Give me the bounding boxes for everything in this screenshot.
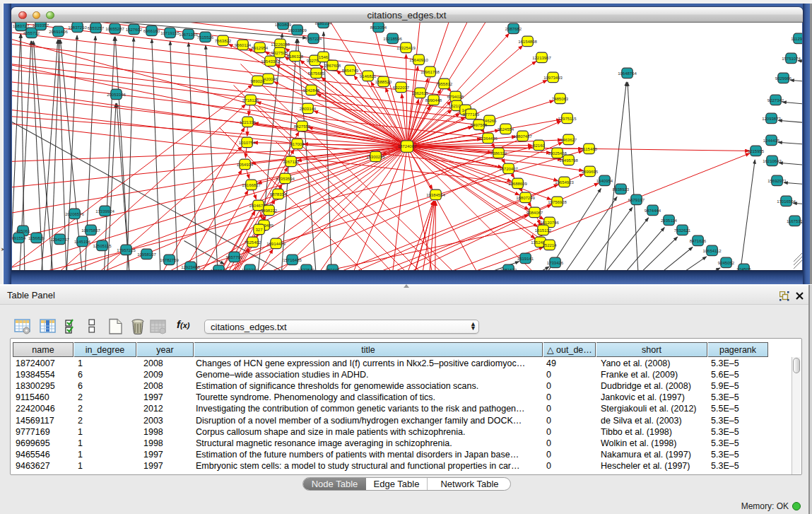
svg-text:9084067: 9084067 (526, 210, 543, 214)
svg-text:10655287: 10655287 (105, 26, 124, 30)
svg-text:9777169: 9777169 (462, 112, 479, 116)
svg-text:10654112: 10654112 (702, 248, 722, 252)
svg-text:1221336: 1221336 (239, 119, 256, 124)
svg-text:8471626: 8471626 (689, 238, 706, 243)
svg-text:7386322: 7386322 (490, 151, 507, 155)
svg-text:1083727: 1083727 (12, 23, 29, 28)
svg-text:19218596: 19218596 (383, 36, 402, 40)
svg-text:1193214: 1193214 (242, 267, 259, 269)
svg-text:9329966: 9329966 (775, 76, 792, 80)
svg-text:8813054: 8813054 (370, 25, 387, 29)
svg-text:7515526: 7515526 (196, 35, 213, 39)
svg-text:9227342: 9227342 (767, 98, 784, 102)
svg-text:15720407: 15720407 (499, 166, 518, 170)
svg-text:1112986: 1112986 (791, 36, 802, 40)
svg-text:7357224: 7357224 (305, 36, 322, 40)
svg-text:417004: 417004 (290, 141, 305, 146)
svg-text:17957225: 17957225 (117, 247, 136, 252)
svg-text:9474444: 9474444 (644, 208, 661, 212)
svg-text:1054934: 1054934 (236, 162, 253, 166)
svg-text:4055712: 4055712 (23, 30, 40, 35)
svg-text:8186328: 8186328 (286, 54, 303, 58)
svg-text:17339924: 17339924 (95, 209, 114, 213)
svg-text:1640954: 1640954 (596, 178, 613, 182)
svg-text:1010754: 1010754 (238, 140, 255, 144)
svg-text:1546: 1546 (318, 54, 328, 59)
svg-text:9245052: 9245052 (717, 260, 734, 264)
svg-text:10688609: 10688609 (508, 181, 527, 185)
svg-text:13325419: 13325419 (396, 45, 416, 49)
svg-text:9146821: 9146821 (359, 74, 376, 78)
svg-text:1145194: 1145194 (74, 239, 91, 243)
svg-text:9660124: 9660124 (234, 42, 251, 47)
svg-text:10961768: 10961768 (420, 69, 440, 74)
svg-text:9657791: 9657791 (225, 255, 242, 259)
svg-text:2718126: 2718126 (242, 98, 259, 102)
svg-text:924505: 924505 (736, 267, 751, 269)
svg-text:15300235: 15300235 (366, 154, 385, 158)
svg-text:1292346: 1292346 (210, 268, 227, 269)
svg-text:6553257: 6553257 (87, 25, 104, 30)
svg-text:12975115: 12975115 (558, 116, 577, 120)
svg-text:19756928: 19756928 (548, 199, 567, 204)
svg-text:12213967: 12213967 (532, 55, 551, 59)
svg-text:6322037: 6322037 (392, 85, 409, 89)
svg-text:19166827: 19166827 (242, 182, 261, 187)
svg-text:19384554: 19384554 (426, 192, 445, 197)
svg-text:7625402: 7625402 (244, 240, 261, 244)
svg-text:9463627: 9463627 (560, 137, 577, 141)
svg-text:327: 327 (255, 227, 263, 231)
svg-text:1527602: 1527602 (125, 27, 142, 31)
svg-text:2935114: 2935114 (661, 218, 678, 222)
svg-text:6497568: 6497568 (470, 122, 487, 127)
svg-text:15692971: 15692971 (767, 178, 787, 182)
svg-text:62160: 62160 (533, 143, 545, 147)
svg-text:9242848: 9242848 (302, 88, 319, 92)
svg-text:10975857: 10975857 (81, 228, 100, 232)
svg-text:16120746: 16120746 (540, 220, 559, 224)
svg-text:391554: 391554 (12, 235, 26, 240)
svg-text:7485063: 7485063 (551, 96, 568, 100)
svg-text:12353594: 12353594 (276, 176, 295, 180)
svg-text:1519141: 1519141 (517, 256, 534, 260)
svg-text:10543382: 10543382 (261, 59, 280, 63)
svg-text:10671355: 10671355 (179, 32, 198, 36)
svg-text:10719155: 10719155 (160, 30, 180, 35)
svg-text:7955812: 7955812 (435, 81, 452, 86)
svg-text:10807487: 10807487 (513, 134, 532, 138)
svg-text:980445: 980445 (325, 267, 340, 269)
svg-text:7663822: 7663822 (214, 38, 231, 42)
svg-text:10958107: 10958107 (137, 252, 156, 256)
svg-text:16210643: 16210643 (763, 158, 782, 163)
svg-text:13226058: 13226058 (271, 42, 290, 46)
svg-text:1081632: 1081632 (500, 267, 517, 269)
svg-text:8990448: 8990448 (425, 98, 442, 102)
svg-text:1167533: 1167533 (787, 218, 802, 223)
svg-text:10648764: 10648764 (618, 71, 637, 75)
svg-text:989024: 989024 (250, 78, 265, 83)
svg-text:6794028: 6794028 (447, 94, 464, 98)
svg-text:1244415: 1244415 (763, 138, 779, 142)
svg-text:1362615: 1362615 (411, 90, 428, 95)
svg-text:10837210: 10837210 (68, 25, 87, 29)
svg-text:1733426: 1733426 (546, 260, 563, 264)
svg-text:8427552: 8427552 (293, 124, 310, 128)
svg-text:17016504: 17016504 (777, 199, 796, 203)
svg-text:16914479: 16914479 (266, 241, 286, 245)
svg-text:1803809: 1803809 (274, 23, 291, 27)
svg-text:5498222: 5498222 (260, 208, 277, 212)
svg-text:1588520: 1588520 (375, 79, 392, 83)
svg-text:6966160: 6966160 (143, 28, 160, 33)
svg-text:16154808: 16154808 (518, 39, 537, 43)
svg-text:9699695: 9699695 (581, 169, 598, 173)
svg-text:18724007: 18724007 (397, 144, 416, 148)
svg-text:15640910: 15640910 (409, 57, 428, 62)
svg-text:18807249: 18807249 (516, 195, 535, 199)
svg-text:15716485: 15716485 (283, 257, 302, 262)
svg-text:21364436: 21364436 (478, 136, 498, 140)
svg-text:252214: 252214 (542, 243, 557, 247)
svg-text:1522549: 1522549 (298, 267, 314, 269)
svg-text:8454749: 8454749 (341, 68, 358, 72)
svg-text:8938923: 8938923 (612, 187, 629, 191)
svg-text:5675685: 5675685 (307, 71, 324, 75)
